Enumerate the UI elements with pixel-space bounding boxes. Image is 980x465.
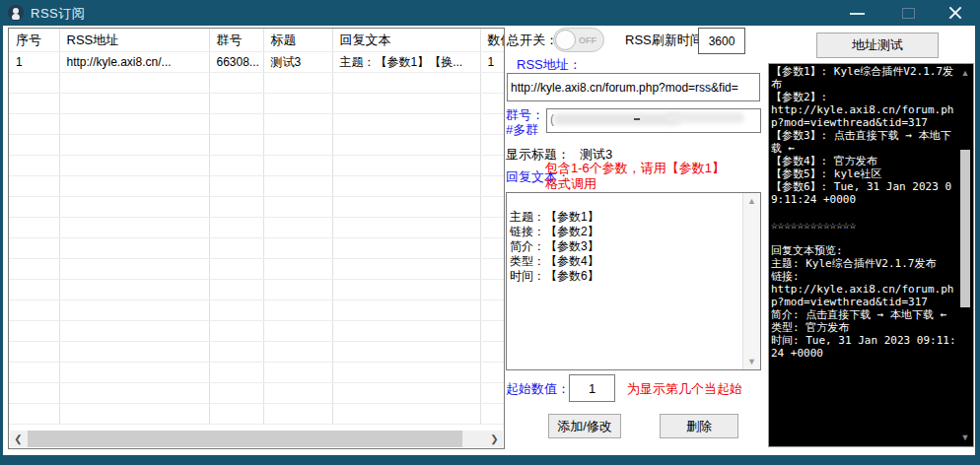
close-button[interactable] — [935, 0, 974, 26]
scroll-right-icon[interactable]: ❯ — [486, 431, 503, 447]
scroll-up-icon[interactable]: ▲ — [743, 193, 760, 209]
maximize-button[interactable] — [889, 0, 929, 26]
table-row-empty — [9, 321, 505, 342]
master-switch-toggle[interactable]: OFF — [553, 28, 604, 52]
window-border-bottom — [0, 455, 980, 465]
rss-url-input[interactable]: http://kyle.axi8.cn/forum.php?mod=rss&fi… — [507, 73, 760, 101]
table-row-empty — [9, 197, 505, 218]
table-row-empty — [9, 383, 505, 404]
table-row-empty — [9, 300, 505, 321]
censored-dash — [634, 118, 640, 120]
subscription-table: 序号 RSS地址 群号 标题 回复文本 数值 1 http://kyle.axi… — [8, 28, 505, 449]
col-header-index[interactable]: 序号 — [9, 29, 59, 52]
console-output: 【参数1】: Kyle综合插件V2.1.7发布 【参数2】: http://ky… — [771, 65, 956, 443]
col-header-value[interactable]: 数值 — [480, 29, 505, 52]
table-row-empty — [9, 238, 505, 259]
col-header-reply[interactable]: 回复文本 — [332, 29, 480, 52]
table-row-empty — [9, 342, 505, 363]
window-border-right — [975, 26, 980, 455]
add-modify-button[interactable]: 添加/修改 — [548, 414, 621, 438]
delete-button[interactable]: 删除 — [660, 414, 738, 438]
textarea-scrollbar[interactable]: ▲ ▼ — [742, 193, 760, 369]
table-row-empty — [9, 114, 505, 135]
start-value-hint: 为显示第几个当起始 — [627, 380, 742, 398]
table-row-empty — [9, 363, 505, 383]
console-scroll-down-icon[interactable]: ▼ — [958, 432, 972, 442]
table-row-empty — [9, 404, 505, 425]
table-row-empty — [9, 135, 505, 156]
refresh-time-input[interactable]: 3600 — [698, 28, 745, 54]
console-scroll-up-icon[interactable]: ▲ — [958, 68, 972, 78]
censored-blur — [665, 112, 744, 123]
minimize-button[interactable] — [838, 0, 877, 26]
scrollbar-thumb[interactable] — [28, 431, 462, 447]
group-number-label: 群号： #多群 — [506, 107, 544, 137]
console-scrollbar-thumb[interactable] — [960, 150, 970, 307]
group-number-input[interactable]: ( — [546, 108, 761, 133]
table-row-empty — [9, 259, 505, 280]
console-scrollbar[interactable]: ▲ ▼ — [958, 65, 972, 445]
start-value-label: 起始数值： — [506, 380, 570, 398]
col-header-group[interactable]: 群号 — [209, 29, 263, 52]
table-row-empty — [9, 73, 505, 94]
address-test-button[interactable]: 地址测试 — [816, 33, 939, 58]
window-border-left — [0, 26, 3, 455]
table-row-empty — [9, 94, 505, 114]
preview-console: 【参数1】: Kyle综合插件V2.1.7发布 【参数2】: http://ky… — [768, 63, 974, 447]
horizontal-scrollbar[interactable]: ❮ ❯ — [10, 431, 503, 447]
table-row-empty — [9, 176, 505, 197]
master-switch-label: 总开关： — [507, 32, 558, 49]
table-row-empty — [9, 156, 505, 176]
scroll-down-icon[interactable]: ▼ — [743, 354, 760, 369]
app-icon — [8, 5, 24, 21]
col-header-title[interactable]: 标题 — [263, 29, 332, 52]
start-value-input[interactable]: 1 — [569, 374, 615, 402]
table-header-row: 序号 RSS地址 群号 标题 回复文本 数值 — [9, 29, 505, 52]
table-row-empty — [9, 280, 505, 300]
minimize-icon — [850, 13, 865, 15]
table-row-empty — [9, 218, 505, 238]
col-header-rss-url[interactable]: RSS地址 — [59, 29, 209, 52]
toggle-state-label: OFF — [579, 35, 596, 45]
rss-url-label: RSS地址： — [517, 56, 582, 74]
censored-blur — [553, 113, 681, 125]
reply-template-textarea[interactable]: 主题：【参数1】 链接：【参数2】 简介：【参数3】 类型：【参数4】 时间：【… — [506, 192, 761, 370]
scroll-left-icon[interactable]: ❮ — [10, 431, 27, 447]
table-body: 1 http://kyle.axi8.cn/... 66308... 测试3 主… — [9, 52, 505, 425]
title-bar: RSS订阅 — [0, 0, 980, 26]
maximize-icon — [902, 8, 915, 19]
toggle-knob — [555, 30, 576, 50]
reply-template-text: 主题：【参数1】 链接：【参数2】 简介：【参数3】 类型：【参数4】 时间：【… — [510, 210, 599, 283]
window-title: RSS订阅 — [31, 5, 85, 23]
table-row[interactable]: 1 http://kyle.axi8.cn/... 66308... 测试3 主… — [9, 52, 505, 73]
reply-hint: 包含1-6个参数，请用【参数1】 格式调用 — [545, 161, 760, 192]
